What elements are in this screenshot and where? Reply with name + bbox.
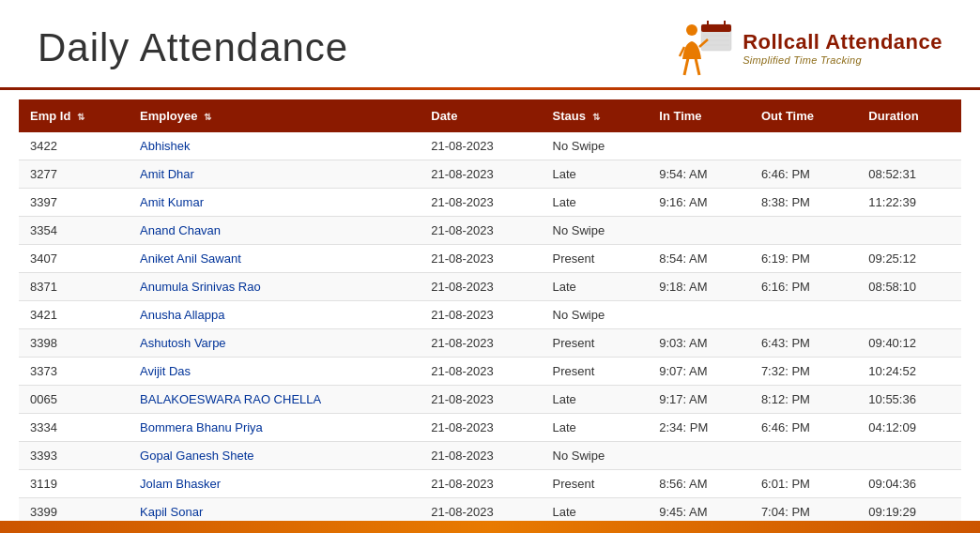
cell-in-time: 9:07: AM	[648, 358, 750, 386]
sort-icon-status: ⇅	[592, 112, 600, 122]
cell-status: Late	[542, 273, 649, 301]
cell-emp-id: 3407	[19, 245, 129, 273]
table-row: 3119Jolam Bhasker21-08-2023Present8:56: …	[19, 470, 961, 498]
cell-date: 21-08-2023	[420, 470, 541, 498]
table-row: 0065BALAKOESWARA RAO CHELLA21-08-2023Lat…	[19, 386, 961, 414]
cell-date: 21-08-2023	[420, 217, 541, 245]
cell-out-time: 6:16: PM	[750, 273, 857, 301]
cell-status: Late	[542, 414, 649, 442]
sort-icon-empid: ⇅	[77, 112, 84, 122]
cell-duration: 04:12:09	[857, 414, 961, 442]
col-date: Date	[420, 99, 541, 132]
cell-employee: Bommera Bhanu Priya	[129, 414, 420, 442]
cell-employee: Gopal Ganesh Shete	[129, 442, 420, 470]
cell-out-time: 6:46: PM	[750, 414, 857, 442]
cell-out-time	[750, 217, 857, 245]
table-row: 3421Anusha Allappa21-08-2023No Swipe	[19, 301, 961, 329]
cell-duration: 11:22:39	[857, 189, 961, 217]
cell-date: 21-08-2023	[420, 442, 541, 470]
cell-emp-id: 3398	[19, 329, 129, 358]
cell-emp-id: 8371	[19, 273, 129, 301]
logo-container: Rollcall Attendance Simplified Time Trac…	[675, 17, 942, 78]
col-duration: Duration	[857, 99, 961, 132]
cell-in-time: 2:34: PM	[648, 414, 750, 442]
cell-status: Present	[542, 245, 649, 273]
logo-brand: Rollcall Attendance	[743, 30, 942, 54]
cell-emp-id: 3373	[19, 358, 129, 386]
table-row: 3373Avijit Das21-08-2023Present9:07: AM7…	[19, 358, 961, 386]
cell-in-time	[648, 217, 750, 245]
footer-bar	[0, 521, 980, 533]
col-status[interactable]: Staus ⇅	[542, 99, 649, 132]
cell-in-time	[648, 132, 750, 160]
col-in-time: In Time	[648, 99, 750, 132]
cell-employee: Ashutosh Varpe	[129, 329, 420, 358]
table-row: 3422Abhishek21-08-2023No Swipe	[19, 132, 961, 160]
cell-date: 21-08-2023	[420, 386, 541, 414]
page-title: Daily Attendance	[38, 25, 348, 70]
cell-in-time: 9:54: AM	[648, 160, 750, 189]
cell-out-time	[750, 132, 857, 160]
logo-icon	[675, 17, 741, 78]
cell-employee: Aniket Anil Sawant	[129, 245, 420, 273]
cell-employee: Jolam Bhasker	[129, 470, 420, 498]
cell-duration: 09:25:12	[857, 245, 961, 273]
cell-out-time: 6:19: PM	[750, 245, 857, 273]
col-emp-id[interactable]: Emp Id ⇅	[19, 99, 129, 132]
cell-out-time	[750, 301, 857, 329]
cell-duration: 10:55:36	[857, 386, 961, 414]
cell-in-time: 9:17: AM	[648, 386, 750, 414]
cell-employee: Anand Chavan	[129, 217, 420, 245]
cell-duration: 09:40:12	[857, 329, 961, 358]
table-row: 3393Gopal Ganesh Shete21-08-2023No Swipe	[19, 442, 961, 470]
cell-status: Late	[542, 160, 649, 189]
cell-in-time: 8:56: AM	[648, 470, 750, 498]
cell-duration	[857, 442, 961, 470]
cell-duration: 09:04:36	[857, 470, 961, 498]
cell-in-time: 9:03: AM	[648, 329, 750, 358]
cell-date: 21-08-2023	[420, 273, 541, 301]
cell-status: No Swipe	[542, 132, 649, 160]
cell-in-time: 8:54: AM	[648, 245, 750, 273]
cell-date: 21-08-2023	[420, 132, 541, 160]
cell-emp-id: 3334	[19, 414, 129, 442]
cell-status: Present	[542, 470, 649, 498]
col-out-time: Out Time	[750, 99, 857, 132]
cell-emp-id: 0065	[19, 386, 129, 414]
cell-employee: Abhishek	[129, 132, 420, 160]
svg-line-9	[696, 58, 699, 75]
cell-date: 21-08-2023	[420, 358, 541, 386]
cell-out-time: 6:43: PM	[750, 329, 857, 358]
sort-icon-employee: ⇅	[204, 112, 211, 122]
cell-out-time: 7:32: PM	[750, 358, 857, 386]
svg-rect-1	[701, 24, 731, 32]
header-row: Emp Id ⇅ Employee ⇅ Date Staus ⇅ In Time…	[19, 99, 961, 132]
svg-line-8	[684, 58, 688, 75]
cell-status: Late	[542, 386, 649, 414]
cell-in-time: 9:18: AM	[648, 273, 750, 301]
cell-duration: 08:58:10	[857, 273, 961, 301]
cell-emp-id: 3421	[19, 301, 129, 329]
cell-duration: 08:52:31	[857, 160, 961, 189]
cell-emp-id: 3277	[19, 160, 129, 189]
cell-employee: Amit Kumar	[129, 189, 420, 217]
cell-out-time: 6:46: PM	[750, 160, 857, 189]
cell-out-time: 8:38: PM	[750, 189, 857, 217]
cell-date: 21-08-2023	[420, 301, 541, 329]
cell-employee: BALAKOESWARA RAO CHELLA	[129, 386, 420, 414]
cell-in-time: 9:16: AM	[648, 189, 750, 217]
table-row: 3397Amit Kumar21-08-2023Late9:16: AM8:38…	[19, 189, 961, 217]
cell-emp-id: 3397	[19, 189, 129, 217]
cell-date: 21-08-2023	[420, 414, 541, 442]
header-area: Daily Attendance	[0, 0, 980, 87]
cell-in-time	[648, 301, 750, 329]
cell-duration	[857, 217, 961, 245]
col-employee[interactable]: Employee ⇅	[129, 99, 420, 132]
cell-duration	[857, 301, 961, 329]
page-wrapper: Daily Attendance	[0, 0, 980, 533]
table-container: Emp Id ⇅ Employee ⇅ Date Staus ⇅ In Time…	[0, 90, 980, 533]
cell-emp-id: 3393	[19, 442, 129, 470]
table-row: 3398Ashutosh Varpe21-08-2023Present9:03:…	[19, 329, 961, 358]
table-header: Emp Id ⇅ Employee ⇅ Date Staus ⇅ In Time…	[19, 99, 961, 132]
cell-in-time	[648, 442, 750, 470]
